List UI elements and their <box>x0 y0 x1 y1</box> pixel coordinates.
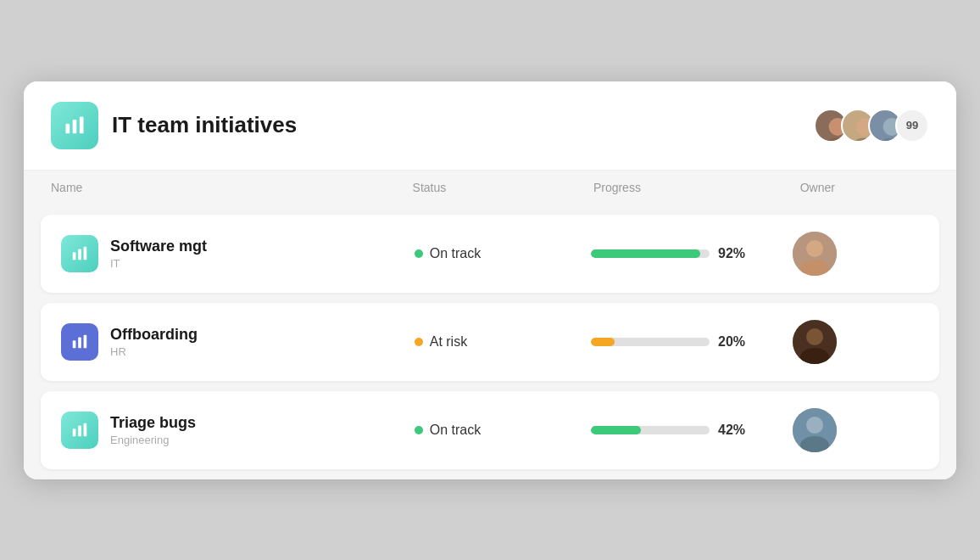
avatar-group: 99 <box>814 109 929 143</box>
owner-avatar <box>793 232 837 276</box>
svg-rect-0 <box>66 123 70 133</box>
initiative-name: Offboarding <box>110 326 198 344</box>
status-label: On track <box>430 423 481 438</box>
col-owner: Owner <box>800 181 929 194</box>
owner-avatar <box>793 320 837 364</box>
header-left: IT team initiatives <box>51 102 297 149</box>
initiative-dept: IT <box>110 257 207 270</box>
header: IT team initiatives <box>24 81 956 171</box>
initiative-dept: Engineering <box>110 434 196 446</box>
progress-pct: 20% <box>718 334 750 350</box>
progress-cell: 92% <box>591 246 793 261</box>
owner-cell <box>793 320 919 364</box>
status-label: At risk <box>430 334 467 350</box>
col-status: Status <box>413 181 593 194</box>
status-dot-yellow <box>415 338 423 346</box>
table-row[interactable]: Triage bugs Engineering On track 42% <box>41 391 939 469</box>
table-header: Name Status Progress Owner <box>24 171 956 204</box>
initiative-name: Triage bugs <box>110 414 196 432</box>
row-name-cell: Offboarding HR <box>61 323 415 361</box>
progress-pct: 92% <box>718 246 750 261</box>
col-name: Name <box>51 181 413 194</box>
progress-bar-bg <box>591 338 710 346</box>
svg-point-19 <box>806 328 823 345</box>
owner-cell <box>793 408 919 452</box>
progress-pct: 42% <box>718 423 750 438</box>
svg-rect-9 <box>73 252 76 260</box>
row-icon <box>61 412 98 449</box>
status-cell: On track <box>415 423 591 438</box>
avatar-count: 99 <box>895 109 929 143</box>
table-body: Software mgt IT On track 92% <box>24 204 956 479</box>
owner-avatar <box>793 408 837 452</box>
svg-rect-1 <box>73 120 77 133</box>
header-right: 99 <box>814 109 929 143</box>
svg-point-8 <box>877 137 902 143</box>
progress-cell: 42% <box>591 423 793 438</box>
svg-rect-16 <box>78 337 81 348</box>
status-cell: On track <box>415 246 591 261</box>
svg-rect-22 <box>78 425 81 436</box>
row-icon <box>61 235 98 272</box>
status-dot-green <box>415 426 423 434</box>
row-name-cell: Triage bugs Engineering <box>61 412 415 449</box>
row-name-cell: Software mgt IT <box>61 235 415 272</box>
bar-chart-icon <box>70 333 89 351</box>
initiative-name: Software mgt <box>110 238 207 255</box>
progress-bar-fill <box>591 249 700 258</box>
initiative-dept: HR <box>110 345 198 358</box>
status-cell: At risk <box>415 334 591 350</box>
svg-rect-10 <box>78 249 81 260</box>
svg-rect-2 <box>80 116 84 133</box>
row-icon <box>61 323 98 361</box>
progress-cell: 20% <box>591 334 793 350</box>
page-title: IT team initiatives <box>112 112 297 138</box>
svg-rect-21 <box>73 428 76 436</box>
svg-point-6 <box>850 137 875 143</box>
bar-chart-icon <box>63 114 86 137</box>
bar-chart-icon <box>70 421 89 440</box>
bar-chart-icon <box>70 244 89 263</box>
svg-rect-23 <box>84 423 87 436</box>
table-row[interactable]: Software mgt IT On track 92% <box>41 215 939 293</box>
svg-point-4 <box>823 137 848 143</box>
table-row[interactable]: Offboarding HR At risk 20% <box>41 303 939 381</box>
svg-point-25 <box>806 417 823 434</box>
svg-point-13 <box>806 240 823 257</box>
app-container: IT team initiatives <box>24 81 956 479</box>
header-icon <box>51 102 98 149</box>
owner-cell <box>793 232 919 276</box>
status-label: On track <box>430 246 481 261</box>
col-progress: Progress <box>593 181 800 194</box>
progress-bar-fill <box>591 338 615 346</box>
svg-rect-11 <box>84 246 87 260</box>
progress-bar-fill <box>591 426 641 434</box>
progress-bar-bg <box>591 426 710 434</box>
svg-rect-17 <box>84 334 87 348</box>
svg-rect-15 <box>73 340 76 348</box>
progress-bar-bg <box>591 249 710 258</box>
status-dot-green <box>415 249 423 258</box>
